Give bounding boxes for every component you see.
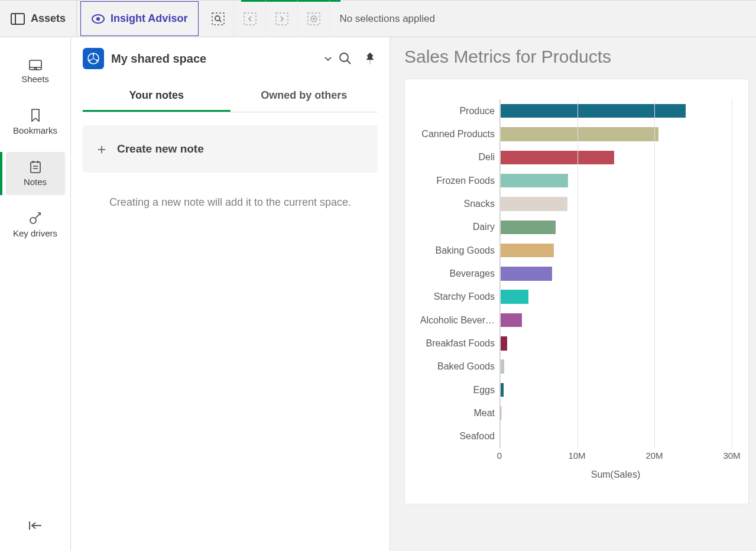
- step-forward-icon: [275, 12, 288, 25]
- pin-icon[interactable]: [365, 52, 375, 65]
- y-label: Deli: [405, 146, 499, 169]
- collapse-icon: [28, 520, 43, 531]
- sidebar-label-keydrivers: Key drivers: [13, 228, 57, 238]
- bar[interactable]: [500, 290, 528, 304]
- no-selections-text: No selections applied: [330, 13, 435, 25]
- svg-line-6: [219, 20, 221, 22]
- panel-icon: [11, 13, 25, 25]
- bar[interactable]: [500, 174, 568, 188]
- sidebar-item-sheets[interactable]: Sheets: [6, 51, 65, 92]
- bar[interactable]: [500, 267, 552, 281]
- svg-point-26: [340, 53, 348, 61]
- y-label: Snacks: [405, 192, 499, 215]
- bar[interactable]: [500, 127, 658, 141]
- plus-icon: ＋: [95, 140, 109, 158]
- bar-row: [500, 192, 732, 215]
- search-icon[interactable]: [339, 52, 352, 65]
- y-label: Eggs: [405, 378, 499, 401]
- svg-point-3: [96, 17, 100, 21]
- notes-tabs: Your notes Owned by others: [83, 82, 378, 112]
- space-name: My shared space: [111, 52, 315, 66]
- bar-row: [500, 401, 732, 424]
- svg-rect-14: [31, 162, 40, 173]
- left-sidebar: Sheets Bookmarks Notes Key drivers: [0, 37, 71, 551]
- grid-line: [577, 99, 578, 448]
- clear-selections-button: [298, 0, 330, 37]
- y-label: Canned Products: [405, 122, 499, 145]
- search-select-icon: [212, 12, 225, 25]
- bar[interactable]: [500, 313, 522, 328]
- y-label: Dairy: [405, 216, 499, 239]
- insight-icon: [92, 14, 105, 24]
- sidebar-label-bookmarks: Bookmarks: [13, 125, 57, 135]
- bar-row: [500, 122, 732, 145]
- insight-advisor-button[interactable]: Insight Advisor: [80, 1, 199, 36]
- bar[interactable]: [500, 221, 556, 235]
- assets-label: Assets: [31, 12, 66, 25]
- step-forward-button: [266, 0, 298, 37]
- create-note-button[interactable]: ＋ Create new note: [83, 125, 378, 173]
- chevron-down-icon: [325, 57, 332, 61]
- sidebar-label-notes: Notes: [24, 177, 47, 187]
- svg-rect-4: [212, 13, 224, 25]
- bar-row: [500, 286, 732, 309]
- bar-row: [500, 378, 732, 401]
- bar[interactable]: [500, 336, 507, 351]
- bar[interactable]: [500, 151, 614, 165]
- insight-label: Insight Advisor: [111, 12, 187, 25]
- y-label: Seafood: [405, 425, 499, 448]
- keydrivers-icon: [29, 212, 42, 225]
- space-icon: [87, 52, 100, 65]
- svg-rect-0: [11, 14, 24, 24]
- bar[interactable]: [500, 104, 686, 118]
- x-axis-title: Sum(Sales): [499, 469, 732, 480]
- bar-row: [500, 355, 732, 378]
- assets-button[interactable]: Assets: [0, 0, 77, 37]
- svg-rect-13: [30, 60, 41, 70]
- y-label: Alcoholic Bever…: [405, 309, 499, 332]
- y-label: Produce: [405, 99, 499, 122]
- svg-rect-8: [276, 13, 288, 25]
- bar-row: [500, 146, 732, 169]
- bar-row: [500, 239, 732, 262]
- notes-panel: My shared space Your notes Owned by othe…: [71, 37, 390, 551]
- bar-row: [500, 99, 732, 122]
- create-note-label: Create new note: [117, 142, 204, 155]
- chart-card: ProduceCanned ProductsDeliFrozen FoodsSn…: [404, 79, 749, 504]
- bar[interactable]: [500, 244, 554, 258]
- svg-point-5: [215, 16, 220, 21]
- bar[interactable]: [500, 197, 567, 211]
- grid-line: [654, 99, 655, 448]
- y-axis-labels: ProduceCanned ProductsDeliFrozen FoodsSn…: [405, 99, 499, 448]
- step-back-icon: [244, 12, 257, 25]
- space-badge: [83, 48, 104, 69]
- x-tick: 30M: [723, 450, 740, 461]
- sidebar-item-notes[interactable]: Notes: [6, 152, 65, 195]
- bar-row: [500, 216, 732, 239]
- collapse-sidebar-button[interactable]: [28, 520, 43, 533]
- sidebar-label-sheets: Sheets: [21, 74, 49, 84]
- sidebar-item-bookmarks[interactable]: Bookmarks: [6, 101, 65, 144]
- svg-point-19: [30, 218, 36, 223]
- space-dropdown[interactable]: [325, 53, 332, 64]
- notes-icon: [30, 160, 41, 173]
- bar-row: [500, 309, 732, 332]
- y-label: Baked Goods: [405, 355, 499, 378]
- grid-line: [732, 99, 732, 448]
- empty-hint: Creating a new note will add it to the c…: [83, 173, 378, 232]
- chart-body: ProduceCanned ProductsDeliFrozen FoodsSn…: [405, 99, 732, 448]
- smart-search-button[interactable]: [202, 0, 234, 37]
- x-axis: 010M20M30M: [499, 448, 732, 464]
- y-label: Baking Goods: [405, 239, 499, 262]
- bar-row: [500, 332, 732, 355]
- bar-row: [500, 262, 732, 285]
- x-tick: 0: [497, 450, 502, 461]
- tab-owned-by-others[interactable]: Owned by others: [231, 82, 378, 112]
- y-label: Starchy Foods: [405, 286, 499, 309]
- y-label: Breakfast Foods: [405, 332, 499, 355]
- bar-row: [500, 169, 732, 192]
- x-tick: 10M: [568, 450, 585, 461]
- sidebar-item-keydrivers[interactable]: Key drivers: [6, 203, 65, 247]
- tab-your-notes[interactable]: Your notes: [83, 82, 231, 112]
- chart-title: Sales Metrics for Products: [404, 47, 749, 67]
